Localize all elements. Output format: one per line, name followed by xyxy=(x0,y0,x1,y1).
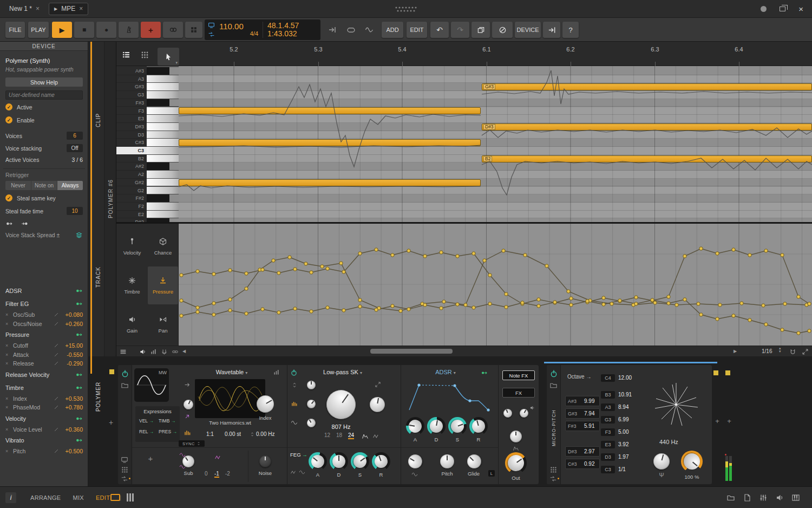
position-value[interactable]: 48.1.4.57 xyxy=(267,22,317,30)
automation-point[interactable] xyxy=(423,303,427,307)
micropitch-row-D3[interactable]: D31.97 xyxy=(601,452,637,461)
automation-point[interactable] xyxy=(808,302,811,305)
mod-curve-icon[interactable] xyxy=(54,321,59,327)
preset-browser-icon[interactable] xyxy=(121,381,129,389)
automation-point[interactable] xyxy=(618,299,621,302)
automation-point[interactable] xyxy=(339,262,343,265)
automation-point[interactable] xyxy=(293,268,297,271)
automation-point[interactable] xyxy=(196,270,199,273)
automation-point[interactable] xyxy=(358,305,362,308)
sub-octave-minus1[interactable]: -1 xyxy=(214,471,219,478)
automation-point[interactable] xyxy=(228,309,232,312)
timeline-ruler[interactable]: 5.25.35.46.16.26.36.4 ▾ xyxy=(116,42,812,66)
automation-point[interactable] xyxy=(180,299,183,302)
piano-key-G2[interactable] xyxy=(147,187,179,195)
transport-display[interactable]: 110.00 4/4 48.1.4.57 1:43.032 xyxy=(205,19,320,40)
filter-power-icon[interactable] xyxy=(290,369,298,376)
automation-point[interactable] xyxy=(602,303,605,306)
note-grid[interactable]: G#3D#3B2 xyxy=(179,66,812,222)
automation-point[interactable] xyxy=(440,307,443,310)
automation-point[interactable] xyxy=(342,270,345,273)
transport-stop-button[interactable]: ■ xyxy=(74,22,94,38)
piano-key-F#3[interactable] xyxy=(147,99,179,107)
wavetable-display[interactable] xyxy=(195,379,265,418)
osc-scope-display[interactable]: MW xyxy=(134,368,169,402)
tuning-knob[interactable] xyxy=(652,452,672,472)
voice-out-icon[interactable] xyxy=(5,220,13,227)
automation-point[interactable] xyxy=(358,252,362,255)
device-name-input[interactable] xyxy=(5,90,83,100)
piano-key-D3[interactable] xyxy=(147,131,179,139)
piano-key-F2[interactable] xyxy=(147,203,179,211)
automation-point[interactable] xyxy=(326,267,329,270)
automation-point[interactable] xyxy=(797,331,800,335)
remove-mod-icon[interactable]: × xyxy=(5,343,13,348)
automation-point[interactable] xyxy=(764,323,768,326)
note-list-view-icon[interactable] xyxy=(122,50,130,59)
automation-point[interactable] xyxy=(716,252,719,255)
automation-point[interactable] xyxy=(488,273,492,277)
expression-tab-velocity[interactable]: Velocity xyxy=(117,227,147,265)
retrigger-never[interactable]: Never xyxy=(5,181,31,190)
layout-indicator-icon[interactable] xyxy=(110,494,120,501)
piano-key-C3[interactable] xyxy=(147,147,179,155)
feg-curve-icon[interactable] xyxy=(299,469,305,476)
filter-shape-b-icon[interactable] xyxy=(372,433,379,440)
automation-point[interactable] xyxy=(740,302,743,305)
piano-key-F3[interactable] xyxy=(147,107,179,115)
sync-toggle[interactable]: SYNC xyxy=(179,440,205,447)
piano-key-C#3[interactable] xyxy=(147,139,179,147)
feg-label[interactable]: FEG → xyxy=(290,452,307,458)
remove-mod-icon[interactable]: × xyxy=(5,352,13,357)
piano-key-F#2[interactable] xyxy=(147,194,179,203)
clip-strip-label[interactable]: CLIP xyxy=(92,93,104,147)
micropitch-row-C3[interactable]: C31/1 xyxy=(601,465,637,474)
loop-button[interactable] xyxy=(343,22,358,38)
filter-env-d-knob[interactable] xyxy=(330,452,348,471)
punch-in-button[interactable] xyxy=(325,22,340,38)
keytrack-icon[interactable] xyxy=(184,381,191,388)
automation-point[interactable] xyxy=(602,296,605,299)
unison-spread-icon[interactable] xyxy=(184,429,192,437)
mod-out-icon[interactable] xyxy=(75,384,83,392)
piano-key-G#2[interactable] xyxy=(147,179,179,187)
metronome-button[interactable] xyxy=(119,22,139,38)
automation-point[interactable] xyxy=(342,309,345,312)
automation-point[interactable] xyxy=(781,253,784,257)
add-modulator-button[interactable]: + xyxy=(145,454,156,465)
automation-point[interactable] xyxy=(272,259,275,262)
micropitch-row-D#3[interactable]: D#32.97 xyxy=(565,446,600,457)
remove-mod-icon[interactable]: × xyxy=(5,448,13,454)
filter-slope-18[interactable]: 18 xyxy=(336,432,342,438)
grid-view-icon[interactable] xyxy=(140,50,149,59)
snap-down-icon[interactable]: ▾ xyxy=(779,350,781,353)
help-button[interactable]: ? xyxy=(562,22,579,38)
mod-curve-icon[interactable] xyxy=(54,352,59,357)
retrigger-note-on[interactable]: Note on xyxy=(31,181,57,190)
piano-key-D#2[interactable] xyxy=(147,218,179,222)
automation-point[interactable] xyxy=(732,314,735,317)
automation-point[interactable] xyxy=(320,265,324,268)
project-tab-mpe[interactable]: ▶ MPE × xyxy=(49,3,88,15)
filter-slope-12[interactable]: 12 xyxy=(324,432,330,438)
automation-point[interactable] xyxy=(667,302,670,305)
modulators-icon[interactable] xyxy=(549,466,557,473)
edit-view-button[interactable]: EDIT xyxy=(96,494,110,501)
snap-stepper[interactable]: ▴ ▾ xyxy=(779,347,781,353)
voice-stacking-value[interactable]: Off xyxy=(67,144,83,152)
automation-point[interactable] xyxy=(545,264,548,268)
browser-panel-icon[interactable] xyxy=(726,493,735,502)
expression-rel[interactable]: REL → xyxy=(139,429,154,434)
automation-point[interactable] xyxy=(212,272,215,276)
transport-record-button[interactable]: ● xyxy=(96,22,116,38)
osc-fine-value[interactable]: 0.00 Hz xyxy=(256,431,274,437)
automation-point[interactable] xyxy=(764,249,768,252)
env-r-knob[interactable] xyxy=(469,417,488,435)
mod-curve-icon[interactable] xyxy=(54,448,59,454)
info-button[interactable]: i xyxy=(5,492,16,503)
automation-point[interactable] xyxy=(310,271,313,274)
env-curve-knob[interactable] xyxy=(405,452,425,471)
keyboard-panel-icon[interactable] xyxy=(791,493,800,502)
mod-amount-value[interactable]: -0.290 xyxy=(59,360,83,367)
window-restore-button[interactable] xyxy=(780,6,785,11)
